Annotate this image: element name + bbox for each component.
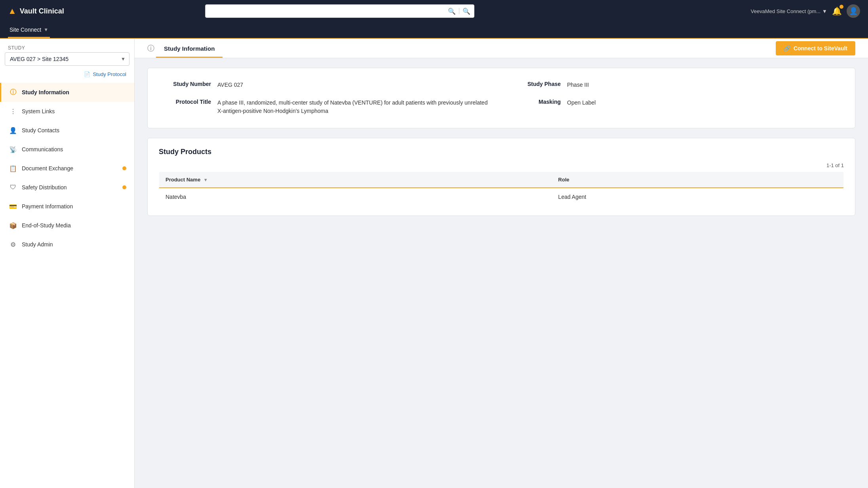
sidebar-item-study-information[interactable]: ⓘ Study Information xyxy=(0,83,134,102)
sub-nav-site-connect[interactable]: Site Connect ▼ xyxy=(8,22,50,38)
sub-nav-chevron: ▼ xyxy=(44,27,48,32)
study-label: Study xyxy=(0,39,134,52)
info-icon: ⓘ xyxy=(9,88,17,96)
gear-icon: ⚙ xyxy=(9,240,17,248)
contacts-icon: 👤 xyxy=(9,126,17,134)
table-row: Natevba Lead Agent xyxy=(159,188,844,206)
main-content: ⓘ Study Information 🔗 Connect to SiteVau… xyxy=(135,39,868,488)
app-logo: ▲ Vault Clinical xyxy=(8,6,64,16)
app-layout: Study AVEG 027 > Site 12345 ▼ 📄 Study Pr… xyxy=(0,39,868,488)
user-chevron: ▼ xyxy=(822,8,827,14)
document-exchange-icon: 📋 xyxy=(9,164,17,172)
protocol-title-label: Protocol Title xyxy=(164,99,211,115)
binoculars-icon[interactable]: 🔍 xyxy=(447,7,457,16)
sidebar-item-end-of-study-media[interactable]: 📦 End-of-Study Media xyxy=(0,216,134,235)
page-header-tabs: ⓘ Study Information xyxy=(147,39,223,58)
communications-icon: 📡 xyxy=(9,145,17,153)
top-nav: ▲ Vault Clinical 🔍 🔍 VeevaMed Site Conne… xyxy=(0,0,868,22)
page-header: ⓘ Study Information 🔗 Connect to SiteVau… xyxy=(135,39,868,58)
protocol-title-field: Protocol Title A phase III, randomized, … xyxy=(164,99,489,115)
user-avatar[interactable]: 👤 xyxy=(847,4,860,18)
safety-distribution-badge xyxy=(122,185,126,189)
user-label: VeevaMed Site Connect (pm... xyxy=(751,8,820,14)
sidebar-item-study-admin[interactable]: ⚙ Study Admin xyxy=(0,235,134,254)
notification-bell[interactable]: 🔔 xyxy=(832,6,842,16)
sidebar: Study AVEG 027 > Site 12345 ▼ 📄 Study Pr… xyxy=(0,39,135,488)
products-title: Study Products xyxy=(159,148,844,156)
sidebar-item-study-contacts[interactable]: 👤 Study Contacts xyxy=(0,121,134,140)
search-bar: 🔍 🔍 xyxy=(205,4,474,18)
sidebar-item-document-exchange[interactable]: 📋 Document Exchange xyxy=(0,159,134,178)
study-phase-label: Study Phase xyxy=(513,81,561,89)
masking-field: Masking Open Label xyxy=(513,99,839,115)
page-info-icon: ⓘ xyxy=(147,44,154,53)
avatar-icon: 👤 xyxy=(849,7,858,15)
study-info-grid: Study Number AVEG 027 Study Phase Phase … xyxy=(164,81,839,115)
study-number-field: Study Number AVEG 027 xyxy=(164,81,489,89)
product-name-header[interactable]: Product Name ▼ xyxy=(159,172,552,188)
sidebar-item-payment-information[interactable]: 💳 Payment Information xyxy=(0,197,134,216)
study-protocol-link[interactable]: 📄 Study Protocol xyxy=(0,69,134,83)
bell-badge xyxy=(839,5,843,9)
products-count: 1-1 of 1 xyxy=(159,162,844,168)
sort-icon: ▼ xyxy=(204,177,208,182)
search-go-icon[interactable]: 🔍 xyxy=(462,7,471,16)
study-number-label: Study Number xyxy=(164,81,211,89)
study-products-card: Study Products 1-1 of 1 Product Name ▼ R… xyxy=(147,138,855,216)
role-cell: Lead Agent xyxy=(552,188,844,206)
sidebar-item-safety-distribution[interactable]: 🛡 Safety Distribution xyxy=(0,178,134,197)
masking-label: Masking xyxy=(513,99,561,115)
sub-nav: Site Connect ▼ xyxy=(0,22,868,39)
product-name-cell: Natevba xyxy=(159,188,552,206)
document-icon: 📄 xyxy=(84,71,90,77)
sidebar-item-communications[interactable]: 📡 Communications xyxy=(0,140,134,159)
payment-icon: 💳 xyxy=(9,202,17,210)
connect-to-sitevault-button[interactable]: 🔗 Connect to SiteVault xyxy=(776,41,855,55)
search-divider xyxy=(459,8,459,14)
search-input[interactable] xyxy=(205,4,474,18)
study-phase-field: Study Phase Phase III xyxy=(513,81,839,89)
study-info-card: Study Number AVEG 027 Study Phase Phase … xyxy=(147,68,855,128)
vault-logo-icon: ▲ xyxy=(8,6,17,16)
study-select-wrapper: AVEG 027 > Site 12345 ▼ xyxy=(5,52,129,66)
app-name: Vault Clinical xyxy=(20,7,64,15)
link-icon: 🔗 xyxy=(784,45,790,51)
study-select[interactable]: AVEG 027 > Site 12345 xyxy=(5,52,129,66)
tab-study-information[interactable]: Study Information xyxy=(156,39,223,58)
masking-value: Open Label xyxy=(567,99,839,115)
user-info[interactable]: VeevaMed Site Connect (pm... ▼ xyxy=(751,8,827,14)
sub-nav-site-connect-label: Site Connect xyxy=(10,27,41,33)
content-area: Study Number AVEG 027 Study Phase Phase … xyxy=(135,58,868,225)
sidebar-item-system-links[interactable]: ⋮ System Links xyxy=(0,102,134,121)
study-number-value: AVEG 027 xyxy=(217,81,489,89)
table-header-row: Product Name ▼ Role xyxy=(159,172,844,188)
protocol-title-value: A phase III, randomized, multi-center st… xyxy=(217,99,489,115)
document-exchange-badge xyxy=(122,166,126,170)
role-header: Role xyxy=(552,172,844,188)
study-phase-value: Phase III xyxy=(567,81,839,89)
safety-icon: 🛡 xyxy=(9,183,17,191)
nav-right: VeevaMed Site Connect (pm... ▼ 🔔 👤 xyxy=(751,4,860,18)
grid-icon: ⋮ xyxy=(9,107,17,115)
products-table: Product Name ▼ Role Natevba Lead Agent xyxy=(159,172,844,206)
media-icon: 📦 xyxy=(9,221,17,229)
